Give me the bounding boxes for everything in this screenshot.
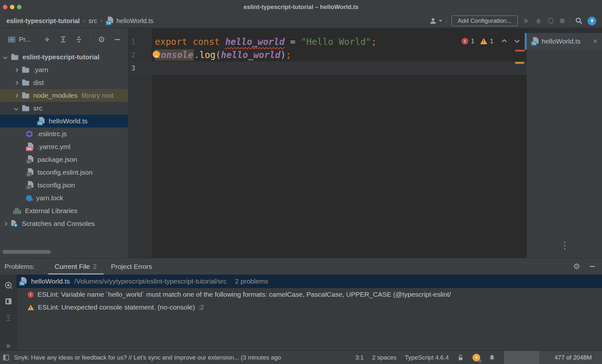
run-with-coverage-icon[interactable] xyxy=(547,17,555,25)
json-file-icon xyxy=(26,181,33,189)
tree-item-yarn-folder[interactable]: .yarn xyxy=(0,63,128,76)
folder-icon xyxy=(22,94,29,98)
chevron-down-icon[interactable] xyxy=(3,55,7,59)
eslint-icon xyxy=(26,130,33,137)
add-configuration-button[interactable]: Add Configuration... xyxy=(451,15,518,26)
tree-item-tsconfig-json[interactable]: tsconfig.json xyxy=(0,179,128,192)
tree-item-eslintrc[interactable]: .eslintrc.js xyxy=(0,128,128,140)
notifications-bell-icon[interactable] xyxy=(489,354,496,361)
json-file-icon xyxy=(26,155,33,164)
plugin-update-icon[interactable] xyxy=(472,354,480,361)
project-tool-window-icon[interactable] xyxy=(8,37,15,42)
gear-icon[interactable]: ⚙ xyxy=(573,262,580,270)
tree-item-yarnrc[interactable]: YML .yarnrc.yml xyxy=(0,140,128,153)
typescript-file-icon: TS xyxy=(37,117,45,125)
chevron-right-icon[interactable] xyxy=(3,222,7,226)
expand-all-icon[interactable] xyxy=(0,314,17,321)
right-panel-top-strip xyxy=(527,28,602,33)
keyword-const: const xyxy=(193,37,220,47)
tree-item-src-folder[interactable]: src xyxy=(0,102,128,115)
status-message[interactable]: Snyk: Have any ideas or feedback for us?… xyxy=(14,354,347,361)
external-libraries-icon xyxy=(13,208,21,214)
warning-stripe-mark[interactable] xyxy=(515,62,524,64)
code-line-3-current[interactable]: 3 xyxy=(128,62,527,75)
close-paren: ) xyxy=(280,50,286,60)
kebab-menu-icon[interactable]: ⋮ xyxy=(560,240,570,251)
chevron-down-icon[interactable] xyxy=(14,106,18,111)
tree-item-scratches[interactable]: Scratches and Consoles xyxy=(0,217,128,230)
problems-header: Problems: Current File 2 Project Errors … xyxy=(0,258,602,275)
chevron-right-icon[interactable] xyxy=(14,68,18,72)
folder-icon xyxy=(22,68,29,73)
update-available-icon[interactable] xyxy=(588,17,596,25)
collapse-all-icon[interactable] xyxy=(71,36,87,43)
gear-icon[interactable]: ⚙ xyxy=(94,36,110,44)
chevron-down-icon xyxy=(439,20,442,22)
view-options-eye-icon[interactable] xyxy=(0,281,17,289)
hide-panel-icon[interactable] xyxy=(109,39,125,40)
tree-item-tsconfig-eslint-json[interactable]: tsconfig.eslint.json xyxy=(0,166,128,179)
inspections-widget[interactable]: ! 1 1 xyxy=(462,37,521,45)
open-preview-icon[interactable] xyxy=(0,298,17,304)
run-icon[interactable] xyxy=(523,17,530,25)
editor-tab-label: helloWorld.ts xyxy=(542,37,581,45)
project-panel-horizontal-scrollbar[interactable] xyxy=(3,250,51,254)
variable-hello-world: hello_world xyxy=(225,37,284,47)
editor-tab-helloworld[interactable]: TS helloWorld.ts × xyxy=(527,33,602,50)
problems-toolbar-rail: » xyxy=(0,275,17,350)
semicolon: ; xyxy=(371,37,377,47)
main-area: Pr... ⌖ ⚙ eslint-typescript-tutorial .ya… xyxy=(0,28,602,258)
tree-item-yarn-lock[interactable]: yarn.lock xyxy=(0,192,128,204)
problems-file-path: /Volumes/v/yytypescript/eslint-typescrip… xyxy=(74,277,227,285)
tab-current-file[interactable]: Current File 2 xyxy=(48,258,104,275)
right-editor-panel: TS helloWorld.ts × ⋮ xyxy=(527,28,602,258)
tree-item-external-libraries[interactable]: External Libraries xyxy=(0,204,128,217)
more-actions-icon[interactable]: » xyxy=(0,341,17,350)
stop-icon[interactable] xyxy=(559,18,565,24)
memory-indicator[interactable]: 477 of 2048M xyxy=(504,351,602,364)
scratches-icon xyxy=(11,220,18,227)
expand-all-icon[interactable] xyxy=(55,36,71,43)
tool-window-stripes-icon[interactable] xyxy=(3,355,9,360)
problem-row-error[interactable]: ! ESLint: Variable name `hello_world` mu… xyxy=(17,288,602,301)
tree-item-package-json[interactable]: package.json xyxy=(0,153,128,166)
caret-position[interactable]: 3:1 xyxy=(355,354,364,361)
tab-project-errors[interactable]: Project Errors xyxy=(104,258,159,275)
code-editor[interactable]: 1 export const hello_world = "Hello Worl… xyxy=(128,28,527,258)
close-tab-icon[interactable]: × xyxy=(593,37,598,45)
project-tool-window: Pr... ⌖ ⚙ eslint-typescript-tutorial .ya… xyxy=(0,28,128,258)
tree-item-helloworld-ts[interactable]: TS helloWorld.ts xyxy=(0,115,128,128)
error-message: ESLint: Variable name `hello_world` must… xyxy=(38,291,451,298)
user-icon xyxy=(429,17,437,25)
hide-panel-icon[interactable] xyxy=(590,266,595,267)
locate-file-icon[interactable]: ⌖ xyxy=(39,35,55,45)
problem-row-warning[interactable]: ESLint: Unexpected console statement. (n… xyxy=(17,301,602,314)
problems-file-row[interactable]: TS helloWorld.ts /Volumes/v/yytypescript… xyxy=(17,275,602,288)
code-line-2[interactable]: 2 console . log ( hello_world ) ; xyxy=(128,48,527,62)
unlocked-icon[interactable] xyxy=(457,354,464,361)
error-stripe-mark[interactable] xyxy=(515,50,525,52)
typescript-file-icon: TS xyxy=(106,17,113,25)
intention-bulb-icon[interactable] xyxy=(153,51,160,58)
next-problem-icon[interactable] xyxy=(513,37,521,45)
project-panel-title: Pr... xyxy=(19,36,31,43)
chevron-right-icon[interactable] xyxy=(14,94,18,98)
tree-item-project-root[interactable]: eslint-typescript-tutorial xyxy=(0,51,128,63)
console-identifier: console xyxy=(155,49,194,61)
breadcrumb-project[interactable]: eslint-typescript-tutorial xyxy=(6,17,80,25)
indent-setting[interactable]: 2 spaces xyxy=(372,354,397,361)
typescript-version[interactable]: TypeScript 4.6.4 xyxy=(405,354,449,361)
problems-title: Problems: xyxy=(4,263,35,270)
semicolon: ; xyxy=(286,50,291,60)
chevron-right-icon[interactable] xyxy=(14,81,18,85)
user-account-menu[interactable] xyxy=(429,17,442,25)
panel-header-divider xyxy=(90,35,90,44)
previous-problem-icon[interactable] xyxy=(500,37,508,45)
search-icon[interactable] xyxy=(575,17,583,25)
debug-icon[interactable] xyxy=(535,17,542,25)
tree-item-node-modules[interactable]: node_modules library root xyxy=(0,89,128,102)
open-paren: ( xyxy=(215,50,221,60)
breadcrumb-dir[interactable]: src xyxy=(88,17,97,25)
tree-item-dist-folder[interactable]: dist xyxy=(0,76,128,89)
breadcrumb-file[interactable]: helloWorld.ts xyxy=(116,17,153,25)
